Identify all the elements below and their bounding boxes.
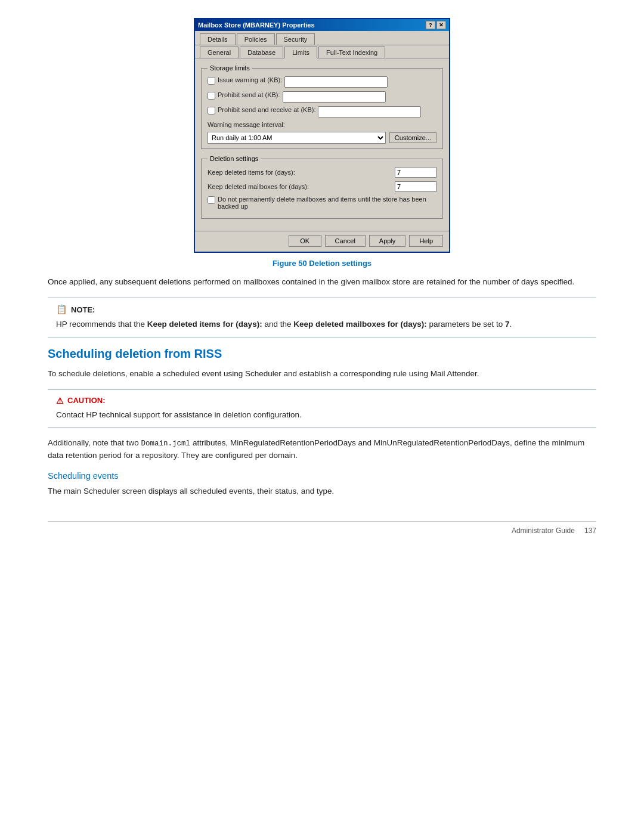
dialog-container: Mailbox Store (MBARNEY) Properties ? ✕ D… — [48, 18, 596, 253]
caution-text: Contact HP technical support for assista… — [56, 409, 588, 421]
prohibit-send-receive-checkbox[interactable] — [208, 107, 215, 114]
page-footer: Administrator Guide 137 — [48, 521, 596, 535]
cancel-button[interactable]: Cancel — [325, 235, 366, 247]
dialog-title: Mailbox Store (MBARNEY) Properties — [198, 21, 315, 29]
code-domain-jcml: Domain.jcml — [141, 439, 191, 448]
dialog-body: Storage limits Issue warning at (KB): Pr… — [195, 58, 449, 231]
note-bold1: Keep deleted items for (days): — [147, 320, 262, 329]
note-icon: 📋 — [56, 304, 67, 315]
deletion-settings-group: Deletion settings Keep deleted items for… — [201, 155, 443, 219]
deletion-settings-legend: Deletion settings — [208, 155, 261, 162]
dialog-titlebar: Mailbox Store (MBARNEY) Properties ? ✕ — [195, 19, 449, 31]
note-bold3: 7 — [505, 320, 510, 329]
section-heading: Scheduling deletion from RISS — [48, 347, 596, 361]
prohibit-send-receive-label: Prohibit send and receive at (KB): — [218, 106, 315, 113]
prohibit-send-receive-input[interactable] — [318, 106, 421, 117]
tab-general[interactable]: General — [200, 47, 239, 58]
warning-dropdown-row: Run daily at 1:00 AM Customize... — [208, 132, 436, 144]
no-delete-checkbox[interactable] — [208, 196, 215, 204]
note-text: HP recommends that the Keep deleted item… — [56, 318, 588, 330]
keep-items-input[interactable] — [395, 167, 436, 178]
customize-button[interactable]: Customize... — [389, 132, 436, 143]
note-header: 📋 NOTE: — [56, 304, 588, 315]
warning-interval-label: Warning message interval: — [208, 121, 436, 128]
dialog-footer: OK Cancel Apply Help — [195, 231, 449, 252]
section-paragraph: To schedule deletions, enable a schedule… — [48, 368, 596, 380]
note-bold2: Keep deleted mailboxes for (days): — [293, 320, 427, 329]
caution-label: CAUTION: — [67, 396, 106, 405]
tabs-row2: General Database Limits Full-Text Indexi… — [195, 45, 449, 58]
prohibit-send-checkbox[interactable] — [208, 92, 215, 100]
no-delete-label: Do not permanently delete mailboxes and … — [218, 196, 436, 210]
tab-fulltext[interactable]: Full-Text Indexing — [318, 47, 385, 58]
warning-interval-dropdown[interactable]: Run daily at 1:00 AM — [208, 132, 386, 144]
figure-caption: Figure 50 Deletion settings — [48, 259, 596, 268]
keep-mailboxes-label: Keep deleted mailboxes for (days): — [208, 183, 395, 190]
issue-warning-row: Issue warning at (KB): — [208, 76, 436, 88]
issue-warning-input[interactable] — [284, 76, 388, 88]
storage-limits-legend: Storage limits — [208, 64, 252, 72]
mailbox-properties-dialog: Mailbox Store (MBARNEY) Properties ? ✕ D… — [194, 18, 450, 253]
footer-guide-label: Administrator Guide — [512, 527, 575, 535]
sub-paragraph: The main Scheduler screen displays all s… — [48, 485, 596, 497]
tabs-row1: Details Policies Security — [195, 31, 449, 45]
additional-paragraph: Additionally, note that two Domain.jcml … — [48, 437, 596, 462]
prohibit-send-input[interactable] — [283, 91, 386, 103]
apply-button[interactable]: Apply — [369, 235, 406, 247]
prohibit-send-row: Prohibit send at (KB): — [208, 91, 436, 103]
close-titlebar-btn[interactable]: ✕ — [436, 21, 446, 29]
tab-database[interactable]: Database — [240, 47, 283, 58]
help-titlebar-btn[interactable]: ? — [426, 21, 435, 29]
titlebar-buttons: ? ✕ — [426, 21, 446, 29]
tab-security[interactable]: Security — [276, 33, 315, 45]
prohibit-send-label: Prohibit send at (KB): — [218, 91, 280, 98]
body-paragraph: Once applied, any subsequent deletions p… — [48, 276, 596, 288]
issue-warning-checkbox[interactable] — [208, 77, 215, 85]
page-number: 137 — [584, 527, 596, 535]
ok-button[interactable]: OK — [289, 235, 321, 247]
no-delete-row: Do not permanently delete mailboxes and … — [208, 196, 436, 210]
caution-icon: ⚠ — [56, 396, 64, 405]
prohibit-send-receive-row: Prohibit send and receive at (KB): — [208, 106, 436, 117]
sub-heading: Scheduling events — [48, 471, 596, 481]
keep-items-row: Keep deleted items for (days): — [208, 167, 436, 178]
note-label: NOTE: — [71, 305, 95, 314]
keep-mailboxes-row: Keep deleted mailboxes for (days): — [208, 181, 436, 192]
tab-policies[interactable]: Policies — [237, 33, 275, 45]
tab-limits[interactable]: Limits — [284, 47, 317, 58]
tab-details[interactable]: Details — [200, 33, 236, 45]
keep-mailboxes-input[interactable] — [395, 181, 436, 192]
note-box: 📋 NOTE: HP recommends that the Keep dele… — [48, 298, 596, 337]
issue-warning-label: Issue warning at (KB): — [218, 76, 282, 83]
warning-interval-row: Warning message interval: — [208, 121, 436, 128]
caution-header: ⚠ CAUTION: — [56, 396, 588, 405]
storage-limits-group: Storage limits Issue warning at (KB): Pr… — [201, 64, 443, 149]
help-button[interactable]: Help — [409, 235, 443, 247]
caution-box: ⚠ CAUTION: Contact HP technical support … — [48, 389, 596, 428]
keep-items-label: Keep deleted items for (days): — [208, 169, 395, 176]
